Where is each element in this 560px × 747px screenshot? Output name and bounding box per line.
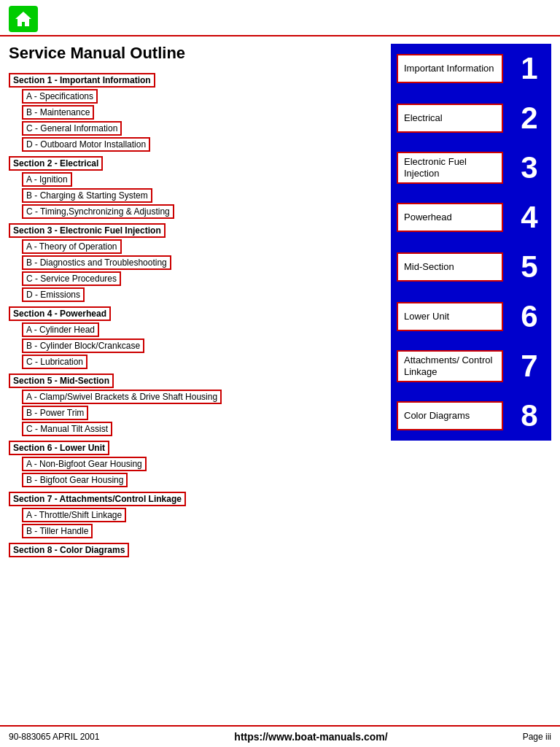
sub-item-2-1[interactable]: A - Ignition	[22, 172, 72, 187]
nav-tile-7[interactable]: Attachments/ Control Linkage7	[391, 341, 551, 391]
sub-item-2-2[interactable]: B - Charging & Starting System	[22, 188, 152, 203]
nav-tile-number-4: 4	[508, 200, 551, 235]
section-header-4[interactable]: Section 4 - Powerhead	[9, 306, 111, 321]
section-block-2: Section 2 - ElectricalA - IgnitionB - Ch…	[9, 153, 384, 219]
section-block-1: Section 1 - Important InformationA - Spe…	[9, 70, 384, 152]
nav-tile-number-7: 7	[508, 349, 551, 384]
sub-item-5-3[interactable]: C - Manual Tilt Assist	[22, 422, 112, 436]
nav-tile-3[interactable]: Electronic Fuel Injection3	[391, 143, 551, 193]
section-block-6: Section 6 - Lower UnitA - Non-Bigfoot Ge…	[9, 438, 384, 487]
section-header-2[interactable]: Section 2 - Electrical	[9, 156, 103, 171]
sub-item-1-2[interactable]: B - Maintenance	[22, 105, 94, 120]
nav-tile-label-3: Electronic Fuel Injection	[397, 152, 503, 183]
sub-item-1-1[interactable]: A - Specifications	[22, 89, 98, 104]
sub-item-5-1[interactable]: A - Clamp/Swivel Brackets & Drive Shaft …	[22, 390, 222, 404]
section-block-7: Section 7 - Attachments/Control LinkageA…	[9, 489, 384, 538]
nav-tile-label-5: Mid-Section	[397, 252, 503, 282]
sub-item-3-1[interactable]: A - Theory of Operation	[22, 239, 122, 254]
sub-item-4-1[interactable]: A - Cylinder Head	[22, 322, 99, 337]
section-header-5[interactable]: Section 5 - Mid-Section	[9, 374, 114, 388]
nav-tiles-column: Important Information1Electrical2Electro…	[391, 44, 551, 560]
footer-left: 90-883065 APRIL 2001	[9, 732, 99, 742]
page-header	[0, 0, 560, 36]
main-layout: Service Manual Outline Section 1 - Impor…	[0, 36, 560, 568]
sub-item-7-2[interactable]: B - Tiller Handle	[22, 524, 93, 538]
sections-container: Section 1 - Important InformationA - Spe…	[9, 70, 384, 559]
section-header-8[interactable]: Section 8 - Color Diagrams	[9, 543, 129, 557]
nav-tile-label-6: Lower Unit	[397, 302, 503, 331]
section-header-3[interactable]: Section 3 - Electronic Fuel Injection	[9, 223, 166, 238]
sub-item-3-4[interactable]: D - Emissions	[22, 287, 85, 302]
sub-item-7-1[interactable]: A - Throttle/Shift Linkage	[22, 508, 126, 522]
nav-tile-2[interactable]: Electrical2	[391, 93, 551, 143]
section-block-5: Section 5 - Mid-SectionA - Clamp/Swivel …	[9, 371, 384, 436]
nav-tile-label-8: Color Diagrams	[397, 401, 503, 430]
sub-item-1-4[interactable]: D - Outboard Motor Installation	[22, 137, 150, 152]
section-block-3: Section 3 - Electronic Fuel InjectionA -…	[9, 220, 384, 302]
sub-item-1-3[interactable]: C - General Information	[22, 121, 122, 136]
sub-item-6-1[interactable]: A - Non-Bigfoot Gear Housing	[22, 457, 147, 471]
sub-item-2-3[interactable]: C - Timing,Synchronizing & Adjusting	[22, 204, 174, 219]
nav-tile-number-1: 1	[508, 51, 551, 86]
home-icon[interactable]	[9, 6, 38, 32]
sub-item-3-2[interactable]: B - Diagnostics and Troubleshooting	[22, 255, 171, 270]
nav-tile-6[interactable]: Lower Unit6	[391, 292, 551, 341]
nav-tile-number-2: 2	[508, 101, 551, 136]
footer-url: https://www.boat-manuals.com/	[234, 731, 387, 743]
sub-item-4-2[interactable]: B - Cylinder Block/Crankcase	[22, 338, 144, 353]
nav-tile-number-5: 5	[508, 249, 551, 285]
nav-tile-4[interactable]: Powerhead4	[391, 193, 551, 242]
nav-tile-number-6: 6	[508, 299, 551, 334]
nav-tile-number-8: 8	[508, 398, 551, 433]
section-header-1[interactable]: Section 1 - Important Information	[9, 73, 155, 88]
page-footer: 90-883065 APRIL 2001 https://www.boat-ma…	[0, 725, 560, 747]
nav-tile-8[interactable]: Color Diagrams8	[391, 391, 551, 441]
nav-tiles-container: Important Information1Electrical2Electro…	[391, 44, 551, 441]
page-title: Service Manual Outline	[9, 44, 384, 63]
nav-tile-label-7: Attachments/ Control Linkage	[397, 350, 503, 382]
section-block-4: Section 4 - PowerheadA - Cylinder HeadB …	[9, 303, 384, 369]
section-header-7[interactable]: Section 7 - Attachments/Control Linkage	[9, 492, 186, 506]
nav-tile-label-1: Important Information	[397, 54, 503, 83]
sub-item-4-3[interactable]: C - Lubrication	[22, 355, 88, 369]
sub-item-6-2[interactable]: B - Bigfoot Gear Housing	[22, 473, 128, 487]
section-block-8: Section 8 - Color Diagrams	[9, 540, 384, 559]
sub-item-5-2[interactable]: B - Power Trim	[22, 406, 88, 420]
svg-marker-0	[15, 12, 31, 26]
sub-item-3-3[interactable]: C - Service Procedures	[22, 271, 121, 286]
nav-tile-5[interactable]: Mid-Section5	[391, 242, 551, 292]
nav-tile-1[interactable]: Important Information1	[391, 44, 551, 93]
nav-tile-label-2: Electrical	[397, 104, 503, 133]
nav-tile-number-3: 3	[508, 150, 551, 185]
nav-tile-label-4: Powerhead	[397, 203, 503, 232]
outline-column: Service Manual Outline Section 1 - Impor…	[9, 44, 384, 560]
section-header-6[interactable]: Section 6 - Lower Unit	[9, 441, 109, 455]
footer-right: Page iii	[523, 732, 551, 742]
